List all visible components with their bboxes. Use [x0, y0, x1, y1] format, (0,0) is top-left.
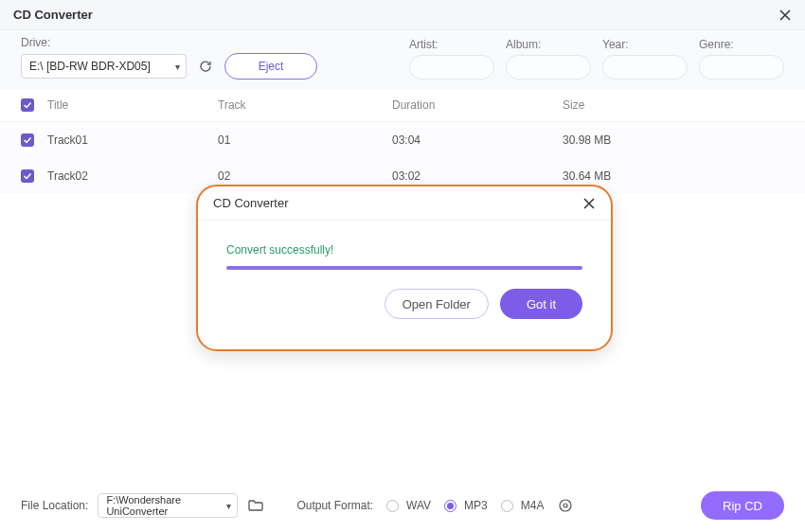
row-track: 01: [218, 133, 392, 147]
table-row: Track01 01 03:04 30.98 MB: [0, 122, 805, 158]
metadata-bar: Drive: E:\ [BD-RW BDR-XD05] ▾ Eject Arti…: [0, 30, 805, 89]
chevron-down-icon: ▾: [226, 501, 231, 511]
row-size: 30.64 MB: [563, 169, 784, 183]
drive-select[interactable]: E:\ [BD-RW BDR-XD05] ▾: [21, 54, 187, 79]
album-label: Album:: [506, 38, 591, 51]
drive-value: E:\ [BD-RW BDR-XD05]: [29, 60, 151, 73]
file-location-label: File Location:: [21, 499, 88, 512]
genre-input[interactable]: [699, 55, 784, 80]
row-title: Track01: [47, 133, 218, 147]
format-settings-icon[interactable]: [557, 497, 574, 514]
table-header: Title Track Duration Size: [0, 89, 805, 122]
svg-point-1: [564, 504, 567, 507]
svg-point-0: [560, 500, 571, 511]
footer-bar: File Location: F:\Wondershare UniConvert…: [0, 479, 805, 532]
window-close-icon[interactable]: [778, 9, 792, 22]
rip-cd-button[interactable]: Rip CD: [701, 491, 784, 520]
header-track: Track: [218, 98, 392, 112]
select-all-checkbox[interactable]: [21, 98, 34, 112]
format-wav[interactable]: WAV: [386, 499, 431, 512]
row-duration: 03:04: [392, 133, 563, 147]
success-modal: CD Converter Convert successfully! Open …: [196, 185, 613, 351]
artist-input[interactable]: [409, 55, 494, 80]
album-input[interactable]: [506, 55, 591, 80]
file-location-value: F:\Wondershare UniConverter: [106, 494, 216, 517]
drive-label: Drive:: [21, 36, 317, 49]
year-input[interactable]: [602, 55, 688, 80]
file-location-select[interactable]: F:\Wondershare UniConverter ▾: [98, 493, 238, 518]
format-m4a[interactable]: M4A: [501, 499, 545, 512]
row-duration: 03:02: [392, 169, 563, 183]
modal-close-icon[interactable]: [582, 197, 596, 210]
row-checkbox[interactable]: [21, 133, 34, 147]
format-mp3[interactable]: MP3: [444, 499, 488, 512]
row-size: 30.98 MB: [563, 133, 784, 147]
window-title: CD Converter: [13, 8, 93, 22]
row-track: 02: [218, 169, 392, 183]
refresh-icon[interactable]: [194, 55, 217, 78]
progress-bar: [226, 266, 582, 270]
genre-label: Genre:: [699, 38, 784, 51]
year-label: Year:: [602, 38, 688, 51]
open-folder-icon[interactable]: [247, 497, 264, 514]
got-it-button[interactable]: Got it: [500, 289, 582, 319]
output-format-label: Output Format:: [296, 499, 373, 512]
chevron-down-icon: ▾: [175, 62, 180, 72]
header-duration: Duration: [392, 98, 563, 112]
modal-title: CD Converter: [213, 196, 288, 210]
artist-label: Artist:: [409, 38, 494, 51]
open-folder-button[interactable]: Open Folder: [385, 289, 489, 319]
row-checkbox[interactable]: [21, 169, 34, 183]
header-title: Title: [47, 98, 218, 112]
eject-button[interactable]: Eject: [224, 53, 317, 80]
success-message: Convert successfully!: [226, 243, 582, 257]
row-title: Track02: [47, 169, 218, 183]
header-size: Size: [563, 98, 784, 112]
